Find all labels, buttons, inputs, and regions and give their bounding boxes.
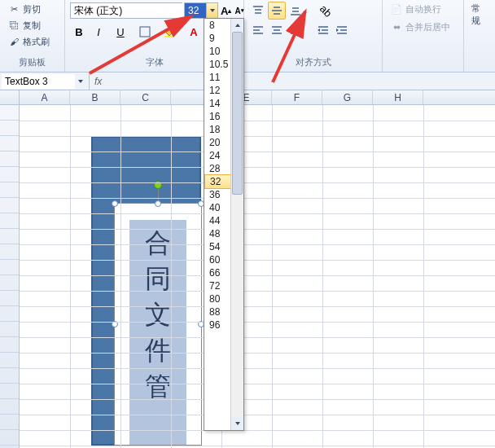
dropdown-scrollbar[interactable]: [230, 19, 243, 430]
font-size-dropdown[interactable]: [206, 3, 217, 18]
copy-label: 复制: [23, 20, 41, 32]
cut-label: 剪切: [23, 3, 41, 15]
row-header[interactable]: [0, 322, 19, 337]
row-header[interactable]: [0, 213, 19, 229]
svg-rect-1: [164, 36, 174, 37]
row-header[interactable]: [0, 430, 19, 446]
column-header-F[interactable]: F: [272, 90, 322, 104]
align-group: ab 对齐方式: [244, 0, 383, 72]
textbox-text[interactable]: 合同文件管: [129, 220, 186, 445]
clipboard-label: 剪贴板: [5, 56, 59, 70]
name-box-input[interactable]: [2, 74, 75, 89]
row-header[interactable]: [0, 384, 19, 399]
shrink-font-button[interactable]: A▾: [234, 2, 244, 20]
number-format-button[interactable]: 常规: [469, 2, 488, 28]
column-header-B[interactable]: B: [70, 90, 120, 104]
row-header[interactable]: [0, 306, 19, 322]
row-header[interactable]: [0, 167, 19, 182]
bucket-icon: [163, 25, 176, 38]
number-format-label: 常规: [471, 2, 486, 27]
cut-button[interactable]: ✂ 剪切: [5, 2, 59, 16]
row-header[interactable]: [0, 244, 19, 260]
name-box[interactable]: [0, 72, 90, 90]
font-size-dropdown-list[interactable]: 891010.511121416182024283236404448546066…: [204, 18, 244, 431]
wrap-text-button[interactable]: 📄 自动换行: [388, 2, 458, 16]
handle-n[interactable]: [155, 200, 161, 207]
format-painter-button[interactable]: 🖌 格式刷: [5, 34, 59, 49]
bold-button[interactable]: B: [70, 23, 88, 41]
scroll-down-button[interactable]: [231, 417, 243, 430]
name-box-dropdown[interactable]: [78, 80, 83, 83]
fill-color-button[interactable]: [158, 23, 181, 41]
column-header-H[interactable]: H: [373, 90, 423, 104]
align-bottom-button[interactable]: [287, 2, 304, 20]
wrap-label: 自动换行: [405, 3, 441, 15]
copy-icon: ⿻: [7, 19, 20, 32]
border-button[interactable]: [134, 23, 156, 41]
handle-nw[interactable]: [112, 200, 118, 207]
font-size-input[interactable]: [185, 3, 206, 18]
column-headers: ABCEFGH: [0, 90, 495, 105]
align-center-button[interactable]: [268, 21, 286, 39]
ribbon: ✂ 剪切 ⿻ 复制 🖌 格式刷 剪贴板: [0, 0, 495, 72]
merge-label: 合并后居中: [405, 21, 450, 33]
clipboard-group: ✂ 剪切 ⿻ 复制 🖌 格式刷 剪贴板: [0, 0, 65, 72]
align-right-button[interactable]: [287, 21, 304, 39]
copy-button[interactable]: ⿻ 复制: [5, 18, 59, 33]
scroll-up-button[interactable]: [231, 19, 243, 32]
decrease-indent-button[interactable]: [314, 21, 332, 39]
row-header[interactable]: [0, 152, 19, 167]
column-header-C[interactable]: C: [120, 90, 171, 104]
font-color-button[interactable]: A: [182, 23, 205, 41]
row-header[interactable]: [0, 260, 19, 275]
row-header[interactable]: [0, 337, 19, 353]
row-header[interactable]: [0, 182, 19, 198]
align-middle-button[interactable]: [268, 2, 286, 20]
orientation-button[interactable]: ab: [314, 2, 337, 20]
row-header[interactable]: [0, 136, 19, 152]
row-header[interactable]: [0, 353, 19, 368]
row-header[interactable]: [0, 368, 19, 384]
grow-font-button[interactable]: A▴: [220, 2, 232, 20]
row-header[interactable]: [0, 121, 19, 136]
scissors-icon: ✂: [7, 2, 20, 15]
formula-bar: fx: [0, 72, 495, 90]
grid-body: 合同文件管: [0, 105, 495, 448]
italic-button[interactable]: I: [90, 23, 107, 41]
scroll-thumb[interactable]: [232, 32, 243, 195]
row-header[interactable]: [0, 275, 19, 291]
fx-icon[interactable]: fx: [94, 76, 102, 87]
textbox-selected[interactable]: 合同文件管: [114, 203, 202, 446]
merge-center-button[interactable]: ⬌ 合并后居中: [388, 20, 458, 34]
cells-group-label: [388, 68, 458, 70]
select-all-corner[interactable]: [0, 90, 20, 104]
align-left-button[interactable]: [249, 21, 267, 39]
row-header[interactable]: [0, 229, 19, 244]
row-header[interactable]: [0, 415, 19, 430]
svg-rect-0: [140, 27, 150, 37]
increase-indent-button[interactable]: [333, 21, 351, 39]
row-header[interactable]: [0, 291, 19, 306]
row-header[interactable]: [0, 399, 19, 415]
brush-icon: 🖌: [7, 35, 20, 48]
row-header[interactable]: [0, 198, 19, 213]
border-icon: [138, 25, 151, 38]
row-header[interactable]: [0, 105, 19, 121]
column-header-A[interactable]: A: [20, 90, 70, 104]
format-painter-label: 格式刷: [23, 36, 50, 48]
row-headers: [0, 105, 20, 448]
merge-icon: ⬌: [390, 20, 403, 33]
cells-group: 📄 自动换行 ⬌ 合并后居中: [383, 0, 464, 72]
align-group-label: 对齐方式: [249, 56, 377, 70]
font-name-combo[interactable]: [70, 2, 182, 19]
cells-area[interactable]: 合同文件管: [20, 105, 495, 448]
align-top-button[interactable]: [249, 2, 267, 20]
style-group: 常规: [464, 0, 493, 72]
column-header-G[interactable]: G: [322, 90, 373, 104]
font-name-input[interactable]: [71, 3, 199, 18]
wrap-icon: 📄: [390, 2, 403, 15]
font-size-combo[interactable]: [184, 2, 218, 19]
underline-button[interactable]: U: [109, 23, 132, 41]
